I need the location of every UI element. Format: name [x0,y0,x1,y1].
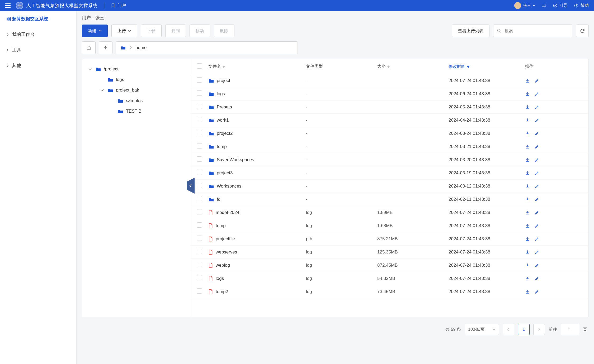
download-action[interactable] [525,157,530,162]
row-checkbox[interactable] [197,143,202,149]
download-action[interactable] [525,289,530,294]
file-name-cell[interactable]: fd [208,197,306,202]
sidebar-item-1[interactable]: 我的工作台 [0,27,76,42]
row-checkbox[interactable] [197,196,202,201]
download-action[interactable] [525,184,530,189]
search-input[interactable] [493,25,572,37]
sidebar-item-2[interactable]: 工具 [0,42,76,58]
new-button[interactable]: 新建 [82,25,108,37]
copy-button[interactable]: 复制 [165,25,186,37]
edit-action[interactable] [535,289,539,294]
edit-action[interactable] [535,131,539,136]
file-name-cell[interactable]: webserves [208,250,306,255]
up-button[interactable] [99,41,112,54]
move-button[interactable]: 移动 [190,25,210,37]
row-checkbox[interactable] [197,288,202,294]
next-page-button[interactable] [533,324,545,335]
edit-action[interactable] [535,105,539,109]
file-name-cell[interactable]: logs [208,276,306,281]
sidebar-item-0[interactable]: 超算数据交互系统 [0,11,76,27]
row-checkbox[interactable] [197,275,202,280]
row-checkbox[interactable] [197,170,202,175]
file-name-cell[interactable]: projectfile [208,236,306,242]
edit-action[interactable] [535,237,539,241]
breadcrumb[interactable]: home [116,41,298,54]
download-action[interactable] [525,250,530,255]
bell-icon[interactable] [542,3,546,8]
col-header-time[interactable]: 修改时间 ◆ [449,64,525,69]
edit-action[interactable] [535,250,539,255]
edit-action[interactable] [535,78,539,83]
download-action[interactable] [525,131,530,136]
download-action[interactable] [525,78,530,83]
download-action[interactable] [525,118,530,123]
view-uploads-button[interactable]: 查看上传列表 [452,25,489,37]
row-checkbox[interactable] [197,77,202,83]
tree-item[interactable]: TEST B [82,106,190,117]
edit-action[interactable] [535,210,539,215]
guide-link[interactable]: 引导 [553,3,568,8]
row-checkbox[interactable] [197,156,202,162]
download-action[interactable] [525,276,530,281]
row-checkbox[interactable] [197,249,202,254]
download-action[interactable] [525,171,530,175]
file-name-cell[interactable]: work1 [208,118,306,123]
edit-action[interactable] [535,92,539,96]
per-page-select[interactable]: 100条/页 [465,324,499,335]
download-action[interactable] [525,144,530,149]
refresh-button[interactable] [576,25,589,37]
file-name-cell[interactable]: project [208,78,306,83]
col-header-size[interactable]: 大小 ◆ [377,64,449,69]
delete-button[interactable]: 删除 [214,25,234,37]
file-name-cell[interactable]: temp2 [208,289,306,294]
help-link[interactable]: 帮助 [574,3,589,8]
user-menu[interactable]: 张三 [514,2,535,9]
edit-action[interactable] [535,144,539,149]
file-name-cell[interactable]: Workspaces [208,184,306,189]
row-checkbox[interactable] [197,222,202,228]
file-name-cell[interactable]: temp [208,144,306,149]
row-checkbox[interactable] [197,183,202,188]
file-name-cell[interactable]: model-2024 [208,210,306,215]
sidebar-item-3[interactable]: 其他 [0,58,76,73]
row-checkbox[interactable] [197,104,202,109]
download-action[interactable] [525,263,530,268]
edit-action[interactable] [535,184,539,189]
row-checkbox[interactable] [197,90,202,96]
file-name-cell[interactable]: logs [208,91,306,97]
tree-item[interactable]: /project [82,64,190,74]
download-action[interactable] [525,197,530,202]
page-1-button[interactable]: 1 [518,324,530,335]
file-name-cell[interactable]: SavedWorkspaces [208,157,306,162]
edit-action[interactable] [535,276,539,281]
col-header-name[interactable]: 文件名 ◆ [208,64,306,69]
home-button[interactable] [82,41,96,54]
file-name-cell[interactable]: project3 [208,170,306,176]
edit-action[interactable] [535,118,539,123]
file-name-cell[interactable]: Presets [208,104,306,110]
download-action[interactable] [525,223,530,228]
row-checkbox[interactable] [197,262,202,267]
edit-action[interactable] [535,197,539,202]
download-action[interactable] [525,105,530,109]
goto-page-input[interactable] [561,324,579,335]
row-checkbox[interactable] [197,209,202,214]
row-checkbox[interactable] [197,117,202,122]
edit-action[interactable] [535,223,539,228]
edit-action[interactable] [535,171,539,175]
download-action[interactable] [525,210,530,215]
download-action[interactable] [525,92,530,96]
row-checkbox[interactable] [197,130,202,135]
file-name-cell[interactable]: project2 [208,131,306,136]
edit-action[interactable] [535,157,539,162]
upload-button[interactable]: 上传 [111,25,137,37]
download-action[interactable] [525,237,530,241]
download-button[interactable]: 下载 [141,25,162,37]
select-all-checkbox[interactable] [197,63,202,69]
file-name-cell[interactable]: temp [208,223,306,228]
portal-link[interactable]: 门户 [111,3,126,8]
file-name-cell[interactable]: weblog [208,263,306,268]
tree-item[interactable]: project_bak [82,85,190,95]
tree-item[interactable]: samples [82,95,190,106]
edit-action[interactable] [535,263,539,268]
